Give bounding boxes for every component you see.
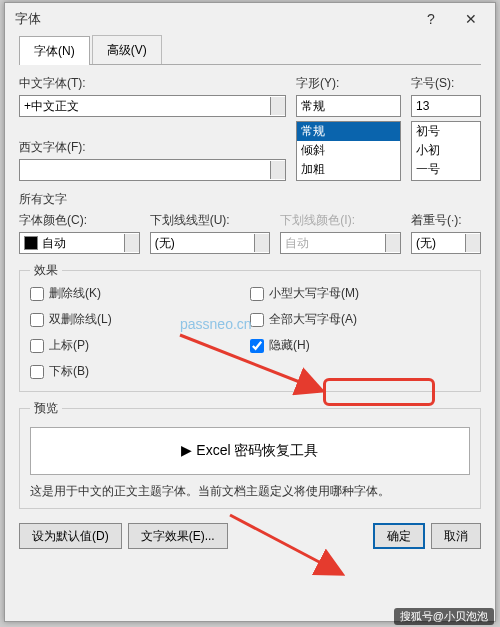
size-option-1[interactable]: 小初 (412, 141, 480, 160)
style-option-bold[interactable]: 加粗 (297, 160, 400, 179)
effects-group: 效果 删除线(K) 双删除线(L) 上标(P) 下标(B) 小型大写字母(M) … (19, 262, 481, 392)
cn-font-combo[interactable]: +中文正文▾ (19, 95, 286, 117)
chk-subscript[interactable]: 下标(B) (30, 363, 250, 380)
style-input[interactable] (296, 95, 401, 117)
label-font-color: 字体颜色(C): (19, 212, 140, 229)
size-input[interactable] (411, 95, 481, 117)
preview-group: 预览 ▶ Excel 密码恢复工具 这是用于中文的正文主题字体。当前文档主题定义… (19, 400, 481, 509)
style-option-italic[interactable]: 倾斜 (297, 141, 400, 160)
ok-button[interactable]: 确定 (373, 523, 425, 549)
label-all-text: 所有文字 (19, 191, 481, 208)
west-font-combo[interactable]: ▾ (19, 159, 286, 181)
tab-strip: 字体(N) 高级(V) (19, 35, 481, 65)
preview-box: ▶ Excel 密码恢复工具 (30, 427, 470, 475)
font-dialog: 字体 ? ✕ 字体(N) 高级(V) 中文字体(T): +中文正文▾ 字形(Y)… (4, 2, 496, 622)
label-cn-font: 中文字体(T): (19, 75, 286, 92)
style-option-regular[interactable]: 常规 (297, 122, 400, 141)
underline-color-combo: 自动▾ (280, 232, 401, 254)
label-underline-color: 下划线颜色(I): (280, 212, 401, 229)
credit-badge: 搜狐号@小贝泡泡 (394, 608, 494, 625)
effects-legend: 效果 (30, 262, 62, 279)
chk-hidden[interactable]: 隐藏(H) (250, 337, 470, 354)
underline-style-combo[interactable]: (无)▾ (150, 232, 271, 254)
label-emphasis: 着重号(·): (411, 212, 481, 229)
tab-font[interactable]: 字体(N) (19, 36, 90, 65)
text-effects-button[interactable]: 文字效果(E)... (128, 523, 228, 549)
close-button[interactable]: ✕ (451, 3, 491, 35)
title-bar: 字体 ? ✕ (5, 3, 495, 35)
help-button[interactable]: ? (411, 3, 451, 35)
chk-strike[interactable]: 删除线(K) (30, 285, 250, 302)
preview-legend: 预览 (30, 400, 62, 417)
size-option-0[interactable]: 初号 (412, 122, 480, 141)
tab-advanced[interactable]: 高级(V) (92, 35, 162, 64)
font-color-combo[interactable]: 自动▾ (19, 232, 140, 254)
chk-superscript[interactable]: 上标(P) (30, 337, 250, 354)
size-listbox[interactable]: 初号 小初 一号 (411, 121, 481, 181)
label-underline-style: 下划线线型(U): (150, 212, 271, 229)
label-style: 字形(Y): (296, 75, 401, 92)
set-default-button[interactable]: 设为默认值(D) (19, 523, 122, 549)
chk-all-caps[interactable]: 全部大写字母(A) (250, 311, 470, 328)
emphasis-combo[interactable]: (无)▾ (411, 232, 481, 254)
cancel-button[interactable]: 取消 (431, 523, 481, 549)
chk-dbl-strike[interactable]: 双删除线(L) (30, 311, 250, 328)
label-west-font: 西文字体(F): (19, 139, 286, 156)
dialog-title: 字体 (15, 10, 411, 28)
label-size: 字号(S): (411, 75, 481, 92)
preview-note: 这是用于中文的正文主题字体。当前文档主题定义将使用哪种字体。 (30, 483, 470, 500)
chk-small-caps[interactable]: 小型大写字母(M) (250, 285, 470, 302)
style-listbox[interactable]: 常规 倾斜 加粗 (296, 121, 401, 181)
size-option-2[interactable]: 一号 (412, 160, 480, 179)
